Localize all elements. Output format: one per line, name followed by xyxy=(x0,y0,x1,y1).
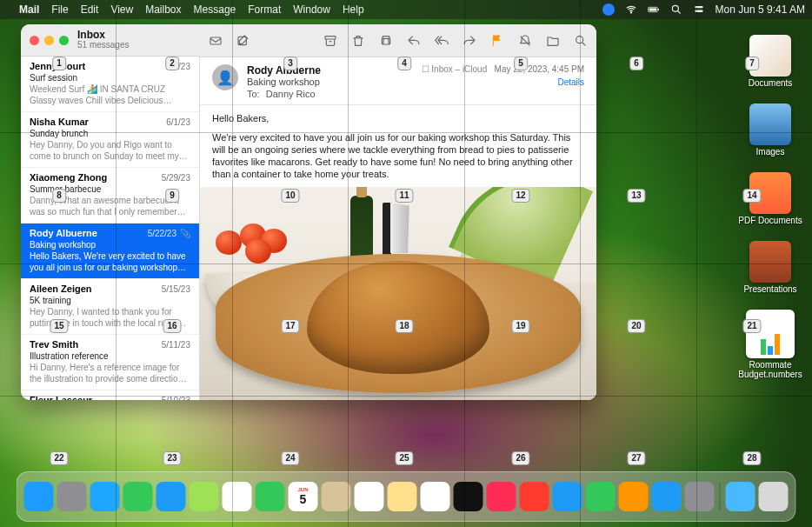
dock-app-downloads[interactable] xyxy=(726,482,755,511)
message-subject: Illustration reference xyxy=(30,350,190,362)
menu-message[interactable]: Message xyxy=(194,3,236,16)
desktop-item-label: Documents xyxy=(749,78,793,88)
menu-file[interactable]: File xyxy=(51,3,68,16)
voice-control-icon[interactable] xyxy=(602,3,615,16)
menubar: Mail File Edit View Mailbox Message Form… xyxy=(0,0,812,19)
wifi-icon[interactable] xyxy=(625,3,637,17)
reply-icon[interactable] xyxy=(407,34,421,48)
dock-app-safari[interactable] xyxy=(90,482,120,511)
svg-rect-2 xyxy=(649,9,656,11)
message-item[interactable]: Jenny Court6/3/23Surf sessionWeekend Sur… xyxy=(21,57,199,112)
message-item[interactable]: Trev Smith5/11/23Illustration referenceH… xyxy=(21,335,199,390)
junk-icon[interactable] xyxy=(379,34,393,48)
dock-app-tv[interactable] xyxy=(454,482,483,511)
svg-point-0 xyxy=(630,12,631,13)
grid-label: 23 xyxy=(163,451,181,465)
dock-app-finder[interactable] xyxy=(24,482,54,511)
grid-label: 27 xyxy=(627,451,645,465)
desktop-item-pdf[interactable]: PDF Documents xyxy=(735,172,805,225)
message-item[interactable]: Aileen Zeigen5/15/235K trainingHey Danny… xyxy=(21,279,199,335)
dock: JUN5 xyxy=(17,471,796,522)
dock-app-facetime[interactable] xyxy=(256,482,285,511)
dock-app-trash[interactable] xyxy=(759,482,789,511)
dock-app-keynote[interactable] xyxy=(553,482,582,511)
dock-app-reminders[interactable] xyxy=(355,482,384,511)
dock-app-photos[interactable] xyxy=(223,482,252,511)
desktop-item-budget[interactable]: Roommate Budget.numbers xyxy=(735,310,805,379)
menubar-app-name[interactable]: Mail xyxy=(19,3,39,16)
dock-app-numbers[interactable] xyxy=(586,482,616,511)
svg-point-4 xyxy=(672,6,678,12)
message-item[interactable]: Fleur Lasseur5/10/23Baseball team fundra… xyxy=(21,390,199,400)
menu-mailbox[interactable]: Mailbox xyxy=(145,3,181,16)
message-item[interactable]: Xiaomeng Zhong5/29/23Summer barbecueDann… xyxy=(21,168,199,223)
dock-app-news[interactable] xyxy=(520,482,549,511)
archive-icon[interactable] xyxy=(323,34,337,48)
grid-label: 20 xyxy=(627,319,645,333)
dock-app-maps[interactable] xyxy=(190,482,219,511)
dock-app-notes[interactable] xyxy=(388,482,417,511)
minimize-window-button[interactable] xyxy=(44,36,54,45)
message-list[interactable]: Jenny Court6/3/23Surf sessionWeekend Sur… xyxy=(21,57,200,400)
dock-app-contacts[interactable] xyxy=(322,482,351,511)
dock-app-launchpad[interactable] xyxy=(57,482,87,511)
trash-icon[interactable] xyxy=(351,34,365,48)
message-item[interactable]: Nisha Kumar6/1/23Sunday brunchHey Danny,… xyxy=(21,112,199,168)
message-date: 5/15/23 xyxy=(162,284,190,295)
get-mail-icon[interactable] xyxy=(209,34,223,48)
grid-label: 22 xyxy=(50,451,68,465)
desktop-item-images[interactable]: Images xyxy=(735,103,805,157)
menu-edit[interactable]: Edit xyxy=(81,3,99,16)
desktop-item-documents[interactable]: Documents xyxy=(735,35,805,88)
search-icon[interactable] xyxy=(574,34,588,48)
message-subject: Sunday brunch xyxy=(30,128,190,139)
desktop-item-presentations[interactable]: Presentations xyxy=(735,241,805,294)
reader-subject: Baking workshop xyxy=(247,77,413,87)
reply-all-icon[interactable] xyxy=(435,34,449,48)
reader-to-line: To: Danny Rico xyxy=(247,89,413,99)
details-link[interactable]: Details xyxy=(422,77,584,87)
reader-mailbox: ☐ Inbox – iCloud xyxy=(422,64,488,74)
desktop-item-label: Images xyxy=(756,147,785,157)
move-icon[interactable] xyxy=(546,34,560,48)
dock-app-pages[interactable] xyxy=(619,482,649,511)
reader-paragraph: We're very excited to have you all join … xyxy=(212,131,584,180)
message-item[interactable]: Rody Albuerne5/22/23📎Baking workshopHell… xyxy=(21,223,199,279)
reader-body-text: Hello Bakers, We're very excited to have… xyxy=(200,105,596,187)
dock-app-messages[interactable] xyxy=(123,482,153,511)
forward-icon[interactable] xyxy=(463,34,476,48)
dock-app-freeform[interactable] xyxy=(421,482,450,511)
control-center-icon[interactable] xyxy=(693,3,705,17)
dock-app-settings[interactable] xyxy=(685,482,715,511)
flag-icon[interactable] xyxy=(490,34,504,48)
message-subject: Summer barbecue xyxy=(30,183,190,195)
menu-view[interactable]: View xyxy=(110,3,133,16)
svg-rect-6 xyxy=(695,10,702,12)
message-date: 5/10/23 xyxy=(162,395,190,400)
mute-icon[interactable] xyxy=(518,34,532,48)
mailbox-title: Inbox xyxy=(77,30,129,40)
menu-format[interactable]: Format xyxy=(248,3,281,16)
message-date: 5/29/23 xyxy=(162,172,190,183)
window-controls xyxy=(30,36,69,45)
menu-help[interactable]: Help xyxy=(343,3,364,16)
message-sender: Jenny Court xyxy=(30,61,85,72)
pdf-documents-icon xyxy=(749,172,791,214)
close-window-button[interactable] xyxy=(30,36,39,45)
reader-body: Hello Bakers, We're very excited to have… xyxy=(200,105,596,400)
dock-app-music[interactable] xyxy=(487,482,516,511)
fullscreen-window-button[interactable] xyxy=(59,36,69,45)
spotlight-icon[interactable] xyxy=(670,3,682,17)
dock-app-calendar[interactable]: JUN5 xyxy=(289,482,318,511)
dock-app-appstore[interactable] xyxy=(652,482,682,511)
images-icon xyxy=(749,103,791,145)
reader-greeting: Hello Bakers, xyxy=(212,112,584,124)
reader-attachment-image[interactable] xyxy=(200,187,596,400)
reader-meta-row: ☐ Inbox – iCloud May 22, 2023, 4:45 PM xyxy=(422,64,584,74)
menubar-clock[interactable]: Mon Jun 5 9:41 AM xyxy=(715,3,805,16)
battery-icon[interactable] xyxy=(648,3,660,17)
menu-window[interactable]: Window xyxy=(293,3,330,16)
compose-icon[interactable] xyxy=(236,34,250,48)
message-date: 5/22/23📎 xyxy=(148,228,190,239)
dock-app-mail[interactable] xyxy=(156,482,186,511)
